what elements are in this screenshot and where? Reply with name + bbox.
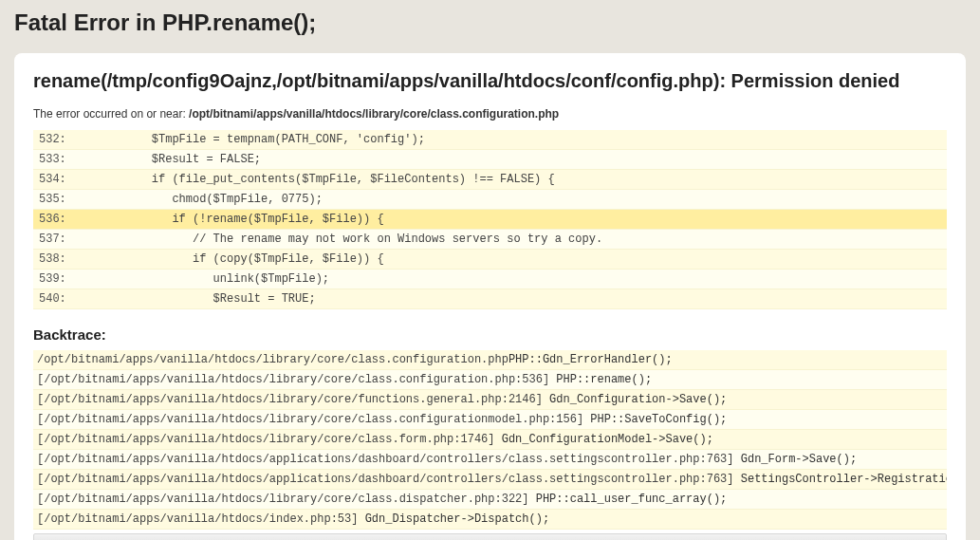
code-line: 540: $Result = TRUE;: [33, 289, 947, 309]
code-lineno: 538:: [33, 250, 90, 269]
code-block: 532: $TmpFile = tempnam(PATH_CONF, 'conf…: [33, 130, 947, 309]
backtrace-call: Gdn_Form->Save();: [741, 453, 857, 466]
code-content: // The rename may not work on Windows se…: [90, 230, 947, 249]
backtrace-path: [/opt/bitnami/apps/vanilla/htdocs/librar…: [37, 393, 549, 406]
backtrace-call: Gdn_Dispatcher->Dispatch();: [365, 512, 549, 526]
backtrace-call: SettingsController->Registratio: [741, 473, 947, 486]
code-lineno: 533:: [33, 150, 90, 169]
code-lineno: 540:: [33, 289, 90, 308]
backtrace-path: [/opt/bitnami/apps/vanilla/htdocs/applic…: [37, 453, 741, 466]
backtrace-row: [/opt/bitnami/apps/vanilla/htdocs/librar…: [33, 390, 947, 410]
backtrace-row: [/opt/bitnami/apps/vanilla/htdocs/index.…: [33, 510, 947, 530]
backtrace-path: [/opt/bitnami/apps/vanilla/htdocs/librar…: [37, 413, 590, 426]
backtrace-call: Gdn_ConfigurationModel->Save();: [502, 433, 713, 446]
backtrace-path: [/opt/bitnami/apps/vanilla/htdocs/applic…: [37, 473, 741, 486]
backtrace-path: [/opt/bitnami/apps/vanilla/htdocs/librar…: [37, 373, 556, 386]
code-content: if (file_put_contents($TmpFile, $FileCon…: [90, 170, 947, 189]
backtrace-call: PHP::SaveToConfig();: [590, 413, 727, 426]
horizontal-scrollbar[interactable]: [33, 533, 947, 540]
backtrace-block: /opt/bitnami/apps/vanilla/htdocs/library…: [33, 350, 947, 530]
code-lineno: 536:: [33, 210, 90, 229]
backtrace-row: [/opt/bitnami/apps/vanilla/htdocs/librar…: [33, 430, 947, 450]
backtrace-path: [/opt/bitnami/apps/vanilla/htdocs/librar…: [37, 433, 502, 446]
backtrace-call: PHP::rename();: [556, 373, 652, 386]
code-lineno: 532:: [33, 130, 90, 149]
code-content: chmod($TmpFile, 0775);: [90, 190, 947, 209]
code-lineno: 539:: [33, 270, 90, 289]
error-title: rename(/tmp/config9Oajnz,/opt/bitnami/ap…: [33, 70, 947, 92]
backtrace-call: Gdn_Configuration->Save();: [549, 393, 727, 406]
code-lineno: 535:: [33, 190, 90, 209]
code-content: if (copy($TmpFile, $File)) {: [90, 250, 947, 269]
error-location-path: /opt/bitnami/apps/vanilla/htdocs/library…: [189, 107, 559, 121]
backtrace-call: PHP::call_user_func_array();: [536, 493, 728, 506]
error-location-label: The error occurred on or near:: [33, 107, 189, 121]
code-line: 538: if (copy($TmpFile, $File)) {: [33, 250, 947, 270]
code-content: if (!rename($TmpFile, $File)) {: [90, 210, 947, 229]
backtrace-row: [/opt/bitnami/apps/vanilla/htdocs/applic…: [33, 470, 947, 490]
backtrace-row: [/opt/bitnami/apps/vanilla/htdocs/librar…: [33, 410, 947, 430]
code-lineno: 534:: [33, 170, 90, 189]
code-content: $Result = TRUE;: [90, 289, 947, 308]
backtrace-path: /opt/bitnami/apps/vanilla/htdocs/library…: [37, 353, 508, 366]
backtrace-call: PHP::Gdn_ErrorHandler();: [508, 353, 673, 366]
error-location: The error occurred on or near: /opt/bitn…: [33, 107, 947, 121]
code-content: unlink($TmpFile);: [90, 270, 947, 289]
backtrace-row: /opt/bitnami/apps/vanilla/htdocs/library…: [33, 350, 947, 370]
error-card: rename(/tmp/config9Oajnz,/opt/bitnami/ap…: [14, 53, 966, 540]
code-line: 535: chmod($TmpFile, 0775);: [33, 190, 947, 210]
backtrace-row: [/opt/bitnami/apps/vanilla/htdocs/applic…: [33, 450, 947, 470]
backtrace-heading: Backtrace:: [33, 326, 947, 343]
code-content: $Result = FALSE;: [90, 150, 947, 169]
code-line: 536: if (!rename($TmpFile, $File)) {: [33, 210, 947, 230]
backtrace-path: [/opt/bitnami/apps/vanilla/htdocs/index.…: [37, 512, 365, 526]
page-title: Fatal Error in PHP.rename();: [14, 9, 966, 36]
code-line: 537: // The rename may not work on Windo…: [33, 230, 947, 250]
backtrace-row: [/opt/bitnami/apps/vanilla/htdocs/librar…: [33, 490, 947, 510]
backtrace-row: [/opt/bitnami/apps/vanilla/htdocs/librar…: [33, 370, 947, 390]
code-lineno: 537:: [33, 230, 90, 249]
backtrace-path: [/opt/bitnami/apps/vanilla/htdocs/librar…: [37, 493, 536, 506]
code-content: $TmpFile = tempnam(PATH_CONF, 'config');: [90, 130, 947, 149]
code-line: 534: if (file_put_contents($TmpFile, $Fi…: [33, 170, 947, 190]
code-line: 532: $TmpFile = tempnam(PATH_CONF, 'conf…: [33, 130, 947, 150]
code-line: 539: unlink($TmpFile);: [33, 270, 947, 289]
code-line: 533: $Result = FALSE;: [33, 150, 947, 170]
backtrace-scroll[interactable]: /opt/bitnami/apps/vanilla/htdocs/library…: [33, 350, 947, 530]
